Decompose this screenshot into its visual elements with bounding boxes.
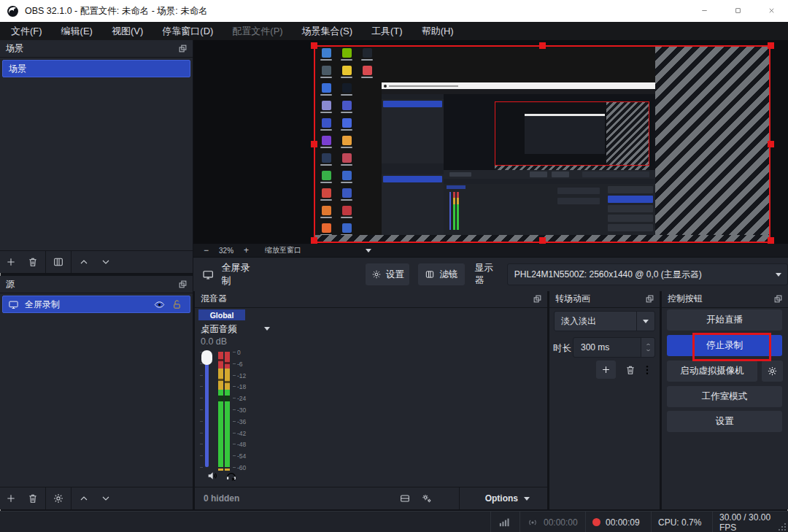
- speaker-unmuted-icon[interactable]: [206, 470, 218, 482]
- meter-scale-label: -42: [237, 430, 246, 437]
- preview-canvas[interactable]: [193, 40, 788, 244]
- source-name: 全屏录制: [25, 298, 60, 311]
- remove-transition-button[interactable]: [619, 359, 641, 381]
- dock-popup-icon[interactable]: [533, 294, 542, 304]
- start-streaming-label: 开始直播: [706, 314, 743, 326]
- scenes-toolbar: [0, 250, 193, 273]
- mixer-dock-title: 混音器: [201, 293, 227, 305]
- dock-popup-icon[interactable]: [178, 280, 188, 289]
- menu-tools[interactable]: 工具(T): [362, 22, 412, 40]
- meter-scale-label: -6: [237, 361, 243, 368]
- meter-scale-label: -54: [237, 452, 246, 460]
- resize-handle-middle-left[interactable]: [311, 141, 317, 147]
- transition-select-dropdown[interactable]: 淡入淡出: [554, 311, 655, 331]
- resize-handle-top-center[interactable]: [539, 42, 546, 49]
- move-scene-up-button[interactable]: [73, 251, 95, 273]
- studio-mode-button[interactable]: 工作室模式: [667, 386, 782, 407]
- dock-popup-icon[interactable]: [178, 44, 188, 53]
- record-time-segment: 00:00:09: [592, 512, 640, 532]
- menu-help[interactable]: 帮助(H): [412, 22, 463, 40]
- start-virtual-camera-button[interactable]: 启动虚拟摄像机: [667, 361, 757, 382]
- menu-profile[interactable]: 配置文件(P): [223, 22, 292, 40]
- audio-mixer-dock: 混音器 Global 桌面音频 0.0 dB 0-6-12: [195, 290, 547, 509]
- add-transition-button[interactable]: [596, 361, 616, 379]
- meter-scale-label: -12: [237, 372, 246, 379]
- volume-fader-handle[interactable]: [201, 350, 212, 365]
- volume-db-label: 0.0 dB: [201, 336, 227, 347]
- add-source-button[interactable]: [0, 487, 22, 509]
- maximize-button[interactable]: [721, 0, 754, 21]
- resize-handle-middle-right[interactable]: [768, 141, 774, 147]
- mixer-options-button[interactable]: Options: [485, 493, 530, 504]
- zoom-fit-caret-icon[interactable]: [366, 249, 371, 252]
- record-time: 00:00:09: [606, 517, 640, 528]
- scene-name: 场景: [9, 63, 26, 75]
- transition-duration-spinbox[interactable]: 300 ms: [573, 337, 655, 358]
- spin-down-icon[interactable]: [645, 347, 652, 353]
- stop-recording-label: 停止录制: [706, 339, 743, 352]
- minimize-button[interactable]: [687, 0, 721, 21]
- scene-transitions-dock: 转场动画 淡入淡出 时长 300 ms: [549, 290, 660, 509]
- add-scene-button[interactable]: [0, 251, 22, 273]
- source-visibility-eye-icon[interactable]: [154, 299, 165, 310]
- spinbox-arrows[interactable]: [641, 338, 654, 357]
- stop-recording-button[interactable]: 停止录制: [667, 335, 782, 356]
- resize-handle-bottom-left[interactable]: [311, 237, 317, 244]
- source-filters-button[interactable]: 滤镜: [418, 263, 465, 285]
- resize-handle-bottom-right[interactable]: [768, 237, 774, 244]
- transitions-dock-header: 转场动画: [549, 290, 660, 308]
- close-button[interactable]: [754, 0, 788, 21]
- volume-fader-track[interactable]: [205, 352, 209, 467]
- remove-source-button[interactable]: [22, 487, 44, 509]
- virtual-camera-config-button[interactable]: [762, 361, 783, 382]
- source-unlock-icon[interactable]: [171, 299, 182, 310]
- zoom-in-button[interactable]: +: [244, 245, 249, 255]
- dock-popup-icon[interactable]: [645, 294, 654, 304]
- spin-up-icon[interactable]: [645, 342, 652, 347]
- settings-button[interactable]: 设置: [667, 411, 782, 432]
- menu-view[interactable]: 视图(V): [102, 22, 152, 40]
- resize-handle-bottom-center[interactable]: [539, 237, 546, 244]
- meter-scale-label: -48: [237, 441, 246, 448]
- scenes-dock-header: 场景: [0, 40, 193, 58]
- controls-dock: 控制按钮 开始直播 停止录制 启动虚拟摄像机 工作室模式 设置: [662, 290, 788, 509]
- meter-scale-label: -18: [237, 383, 246, 390]
- menu-edit[interactable]: 编辑(E): [52, 22, 102, 40]
- start-streaming-button[interactable]: 开始直播: [667, 309, 782, 331]
- source-settings-button[interactable]: 设置: [366, 263, 409, 285]
- scene-filters-button[interactable]: [47, 251, 69, 273]
- settings-label: 设置: [716, 415, 734, 428]
- selected-source-bounding-box[interactable]: [314, 45, 770, 243]
- menu-bar: 文件(F) 编辑(E) 视图(V) 停靠窗口(D) 配置文件(P) 场景集合(S…: [0, 22, 788, 40]
- remove-scene-button[interactable]: [22, 251, 44, 273]
- menu-file[interactable]: 文件(F): [1, 22, 52, 40]
- controls-dock-header: 控制按钮: [662, 290, 788, 308]
- meter-scale-label: -60: [237, 464, 246, 471]
- source-properties-button[interactable]: [47, 487, 69, 509]
- scenes-dock-title: 场景: [6, 42, 23, 55]
- zoom-fit-label[interactable]: 缩放至窗口: [265, 245, 301, 255]
- meter-scale-label: -30: [237, 406, 246, 414]
- meter-db-scale: 0-6-12-18-24-30-36-42-48-54-60: [233, 352, 253, 470]
- menu-scene-collection[interactable]: 场景集合(S): [293, 22, 362, 40]
- menu-docks[interactable]: 停靠窗口(D): [152, 22, 223, 40]
- monitor-off-headphones-icon[interactable]: [225, 470, 237, 482]
- channel-menu-caret-icon[interactable]: [264, 327, 270, 331]
- move-scene-down-button[interactable]: [95, 251, 117, 273]
- resize-handle-top-left[interactable]: [311, 42, 317, 49]
- transition-properties-dots-icon[interactable]: [640, 359, 654, 381]
- move-source-up-button[interactable]: [73, 487, 95, 509]
- gear-icon: [767, 366, 778, 377]
- resize-handle-top-right[interactable]: [768, 42, 774, 49]
- advanced-audio-button[interactable]: [416, 487, 438, 509]
- resize-grip[interactable]: [779, 523, 786, 531]
- display-select-dropdown[interactable]: PHL24M1N5500Z: 2560x1440 @ 0,0 (主显示器): [507, 263, 788, 285]
- zoom-out-button[interactable]: −: [204, 245, 209, 255]
- mixer-layout-toggle-button[interactable]: [394, 487, 416, 509]
- sources-dock-title: 源: [6, 278, 15, 290]
- dock-popup-icon[interactable]: [773, 294, 783, 304]
- scene-list-item[interactable]: 场景: [2, 60, 190, 77]
- source-list-item[interactable]: 全屏录制: [2, 296, 190, 313]
- move-source-down-button[interactable]: [95, 487, 117, 509]
- recording-dot-icon: [592, 518, 600, 526]
